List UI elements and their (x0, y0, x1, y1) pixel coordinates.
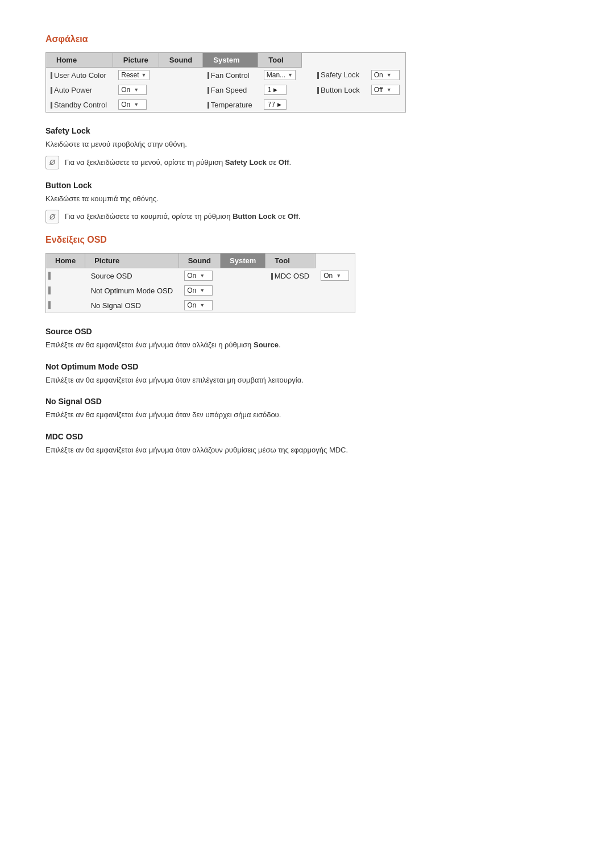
not-optimum-osd-value[interactable]: On▼ (179, 283, 220, 298)
col-spacer (221, 268, 265, 284)
col-spacer (221, 298, 265, 313)
bar-icon (51, 72, 52, 79)
auto-power-value[interactable]: On▼ (113, 82, 159, 97)
not-optimum-osd-title: Not Optimum Mode OSD (45, 362, 569, 371)
col-spacer2 (301, 82, 313, 97)
temperature-label: Temperature (203, 97, 258, 113)
col-spacer (159, 68, 202, 83)
not-optimum-osd-description: Επιλέξτε αν θα εμφανίζεται ένα μήνυμα ότ… (45, 375, 569, 386)
tab-sound[interactable]: Sound (159, 53, 202, 68)
fan-control-value[interactable]: Man...▼ (258, 68, 301, 83)
table-row: Auto Power On▼ Fan Speed 1▶ Button Lock … (46, 82, 406, 97)
no-signal-osd-label: No Signal OSD (85, 298, 179, 313)
source-osd-value[interactable]: On▼ (179, 268, 220, 284)
button-lock-label: Button Lock (313, 82, 366, 97)
auto-power-label: Auto Power (46, 82, 113, 97)
safety-lock-description: Κλειδώστε τα μενού προβολής στην οθόνη. (45, 139, 569, 150)
osd-tab-home[interactable]: Home (46, 254, 85, 268)
user-auto-color-value[interactable]: Reset▼ (113, 68, 159, 83)
standby-control-value[interactable]: On▼ (113, 97, 159, 113)
fan-control-label: Fan Control (203, 68, 258, 83)
no-signal-osd-value[interactable]: On▼ (179, 298, 220, 313)
table-row: Not Optimum Mode OSD On▼ (46, 283, 355, 298)
bar-icon (317, 72, 319, 79)
mdc-osd-section: MDC OSD Επιλέξτε αν θα εμφανίζεται ένα μ… (45, 432, 569, 456)
empty-col2 (265, 298, 355, 313)
source-osd-label: Source OSD (85, 268, 179, 284)
source-osd-section: Source OSD Επιλέξτε αν θα εμφανίζεται έν… (45, 327, 569, 351)
not-optimum-osd-label: Not Optimum Mode OSD (85, 283, 179, 298)
table-row: User Auto Color Reset▼ Fan Control Man..… (46, 68, 406, 83)
button-lock-section: Button Lock Κλειδώστε τα κουμπιά της οθό… (45, 181, 569, 224)
fan-speed-value[interactable]: 1▶ (258, 82, 301, 97)
standby-control-label: Standby Control (46, 97, 113, 113)
tab-system[interactable]: System (203, 53, 258, 68)
left-border (46, 268, 85, 284)
osd-section: Ενδείξεις OSD Home Picture Sound System … (45, 235, 569, 455)
tab-picture[interactable]: Picture (113, 53, 159, 68)
button-lock-value[interactable]: Off▼ (366, 82, 406, 97)
col-spacer (159, 97, 202, 113)
osd-tab-tool[interactable]: Tool (265, 254, 315, 268)
osd-tab-sound[interactable]: Sound (179, 254, 220, 268)
col-spacer (221, 283, 265, 298)
bar-icon (208, 102, 209, 109)
osd-menu-table: Home Picture Sound System Tool Source OS… (45, 253, 355, 313)
safety-lock-value[interactable]: On▼ (366, 68, 406, 83)
mdc-osd-description: Επιλέξτε αν θα εμφανίζεται ένα μήνυμα ότ… (45, 445, 569, 456)
button-lock-title: Button Lock (45, 181, 569, 190)
bar-icon (208, 87, 209, 94)
col-spacer (159, 82, 202, 97)
asfaleia-title: Ασφάλεια (45, 34, 569, 44)
tab-tool[interactable]: Tool (258, 53, 301, 68)
osd-title: Ενδείξεις OSD (45, 235, 569, 245)
left-border3 (46, 298, 85, 313)
bar-icon (208, 72, 209, 79)
button-lock-note: Ø Για να ξεκλειδώσετε τα κουμπιά, ορίστε… (45, 210, 569, 223)
temperature-value[interactable]: 77▶ (258, 97, 301, 113)
empty-label (313, 97, 366, 113)
table-row: Source OSD On▼ MDC OSD On▼ (46, 268, 355, 284)
mdc-osd-label: MDC OSD (265, 268, 315, 284)
bar-icon (271, 273, 273, 280)
osd-tab-row: Home Picture Sound System Tool (46, 254, 355, 268)
no-signal-osd-description: Επιλέξτε αν θα εμφανίζεται ένα μήνυμα ότ… (45, 409, 569, 421)
menu-tab-row: Home Picture Sound System Tool (46, 53, 406, 68)
no-signal-osd-section: No Signal OSD Επιλέξτε αν θα εμφανίζεται… (45, 397, 569, 421)
fan-speed-label: Fan Speed (203, 82, 258, 97)
asfaleia-section: Ασφάλεια Home Picture Sound System Tool … (45, 34, 569, 223)
safety-lock-section: Safety Lock Κλειδώστε τα μενού προβολής … (45, 126, 569, 169)
mdc-osd-title: MDC OSD (45, 432, 569, 441)
tab-home[interactable]: Home (46, 53, 113, 68)
col-spacer2 (301, 97, 313, 113)
source-osd-description: Επιλέξτε αν θα εμφανίζεται ένα μήνυμα ότ… (45, 339, 569, 351)
user-auto-color-label: User Auto Color (46, 68, 113, 83)
bar-icon (51, 87, 52, 94)
no-signal-osd-title: No Signal OSD (45, 397, 569, 406)
safety-lock-title: Safety Lock (45, 126, 569, 135)
table-row: No Signal OSD On▼ (46, 298, 355, 313)
bar-icon (51, 102, 52, 109)
empty-value (366, 97, 406, 113)
source-osd-title: Source OSD (45, 327, 569, 336)
note-icon: Ø (45, 210, 59, 223)
bar-icon (317, 87, 319, 94)
col-spacer2 (301, 68, 313, 83)
left-border2 (46, 283, 85, 298)
asfaleia-menu-table: Home Picture Sound System Tool User Auto… (45, 52, 406, 113)
osd-tab-system[interactable]: System (221, 254, 265, 268)
not-optimum-osd-section: Not Optimum Mode OSD Επιλέξτε αν θα εμφα… (45, 362, 569, 386)
table-row: Standby Control On▼ Temperature 77▶ (46, 97, 406, 113)
button-lock-description: Κλειδώστε τα κουμπιά της οθόνης. (45, 193, 569, 205)
safety-lock-label: Safety Lock (313, 68, 366, 83)
safety-lock-note: Ø Για να ξεκλειδώσετε τα μενού, ορίστε τ… (45, 156, 569, 169)
button-lock-note-text: Για να ξεκλειδώσετε τα κουμπιά, ορίστε τ… (65, 210, 300, 222)
mdc-osd-value[interactable]: On▼ (315, 268, 355, 284)
empty-col (265, 283, 355, 298)
osd-tab-picture[interactable]: Picture (85, 254, 179, 268)
safety-lock-note-text: Για να ξεκλειδώσετε τα μενού, ορίστε τη … (65, 156, 291, 168)
note-icon: Ø (45, 156, 59, 169)
